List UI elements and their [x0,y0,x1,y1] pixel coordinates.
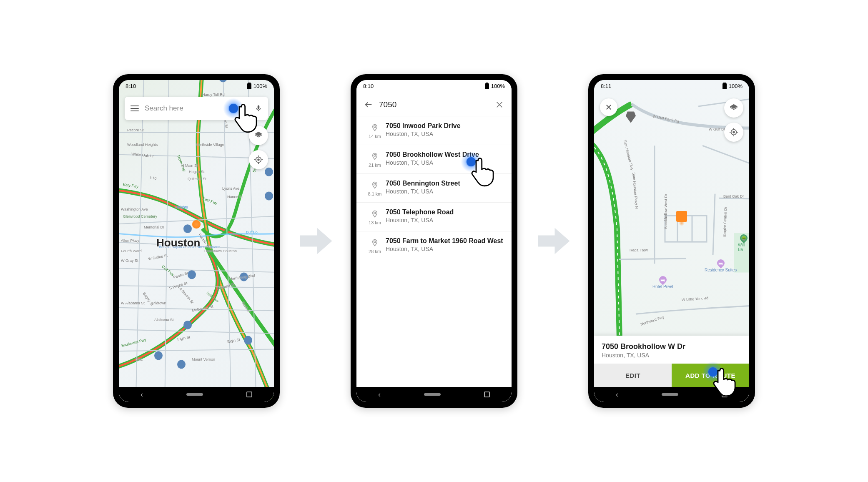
street-label: Lyons Ave [222,186,239,191]
status-battery: 100% [253,83,267,89]
status-time: 8:11 [601,83,611,89]
street-label: Northside Village [196,143,224,147]
street-label: Heights [175,205,188,209]
street-label: Downtown Houston [204,249,237,253]
search-result-item[interactable]: 28 km 7050 Farm to Market 1960 Road West… [356,231,512,260]
search-result-item[interactable]: 8.1 km 7050 Bennington Street Houston, T… [356,174,512,203]
search-result-item[interactable]: 21 km 7050 Brookhollow West Drive Housto… [356,145,512,174]
result-title: 7050 Bennington Street [386,180,504,187]
svg-rect-32 [485,83,489,89]
svg-point-22 [183,321,192,329]
street-label: Woodland Heights [127,143,158,147]
pin-icon [371,209,379,218]
flow-arrow-icon [296,222,334,260]
street-label: Nance St [227,195,243,199]
svg-line-41 [619,259,686,259]
nav-recent-icon[interactable] [246,392,252,397]
layers-button[interactable] [249,126,268,145]
street-label: Midtown [152,301,166,305]
svg-point-15 [183,224,192,233]
street-label: Allen Pkwy [121,238,139,243]
flow-arrow-icon [534,222,572,260]
svg-point-19 [265,191,273,200]
crosshair-icon [254,155,263,164]
street-label: W Gray St [121,259,138,263]
poi-label: Will Ba [738,243,749,252]
poi-hotel[interactable]: 🛏 Hotel Preet [652,276,673,289]
battery-icon [484,83,489,89]
svg-rect-0 [248,83,251,83]
svg-rect-37 [722,83,727,89]
search-results-list: 14 km 7050 Inwood Park Drive Houston, TX… [356,116,512,260]
selected-location-marker[interactable] [676,211,687,222]
nav-back-icon[interactable]: ‹ [140,390,143,399]
screen-2: 8:10 100% 7050 14 km 7050 Inwood [356,80,512,402]
back-arrow-icon[interactable] [364,100,373,109]
search-result-item[interactable]: 13 km 7050 Telephone Road Houston, TX, U… [356,203,512,231]
clear-icon[interactable] [495,100,504,109]
street-label: Brookhollow West Dr [664,194,668,229]
svg-line-9 [119,329,274,334]
pin-icon [371,123,379,132]
phone-frame-1: 8:10 100% [113,74,280,408]
search-bar[interactable] [125,97,268,120]
street-label: Quitman St [188,177,206,181]
edit-button[interactable]: EDIT [594,364,672,387]
search-query-text[interactable]: 7050 [379,100,489,109]
street-label: Washington Ave [121,207,148,211]
result-title: 7050 Telephone Road [386,208,504,216]
add-to-route-button[interactable]: ADD TO ROUTE [672,364,749,387]
result-distance: 8.1 km [368,191,381,196]
nav-home-icon[interactable] [424,393,441,396]
sheet-title: 7050 Brookhollow W Dr [602,342,742,351]
status-time: 8:10 [125,83,136,89]
poi-park[interactable]: 🌳 Will Ba [738,234,749,252]
result-subtitle: Houston, TX, USA [386,131,504,137]
layers-button[interactable] [724,98,743,118]
locate-button[interactable] [724,123,743,142]
nav-home-icon[interactable] [662,393,678,396]
street-label: Regal Row [630,248,648,252]
layers-icon [254,131,263,140]
street-label: Glenwood Cemetery [123,214,157,218]
poi-hotel[interactable]: 🛏 Residency Suites [705,259,737,272]
status-bar: 8:11 100% [594,80,749,92]
nav-home-icon[interactable] [186,393,203,396]
svg-line-7 [119,286,274,288]
result-title: 7050 Farm to Market 1960 Road West [386,237,504,245]
pin-icon [371,181,379,190]
nav-back-icon[interactable]: ‹ [616,390,618,399]
mic-icon[interactable] [255,104,262,113]
nav-recent-icon[interactable] [484,392,490,397]
street-label: Buffalo [246,230,258,234]
street-label: Bent Oak Dr [723,194,744,198]
svg-line-46 [702,146,749,167]
pin-icon [371,238,379,247]
status-time: 8:10 [363,83,374,89]
svg-rect-1 [247,83,251,89]
svg-line-6 [119,268,274,272]
result-subtitle: Houston, TX, USA [386,246,504,252]
status-battery: 100% [491,83,505,89]
nav-back-icon[interactable]: ‹ [378,390,381,399]
nav-recent-icon[interactable] [722,392,728,397]
search-result-item[interactable]: 14 km 7050 Inwood Park Drive Houston, TX… [356,116,512,145]
svg-point-21 [177,360,186,369]
svg-point-53 [733,131,735,133]
result-subtitle: Houston, TX, USA [386,217,504,223]
search-input[interactable] [145,104,249,113]
svg-marker-48 [626,112,636,123]
locate-button[interactable] [249,150,268,169]
street-label: N Main St [181,163,198,168]
svg-point-20 [154,351,163,360]
result-distance: 21 km [369,163,381,168]
street-label: Alabama St [154,318,174,322]
svg-rect-36 [723,83,726,83]
android-nav-bar: ‹ [119,387,274,402]
menu-icon[interactable] [130,105,139,111]
street-label: Mount Vernon [192,357,215,362]
close-button[interactable] [600,98,617,116]
result-subtitle: Houston, TX, USA [386,159,504,166]
street-label: Binz [135,357,143,362]
result-distance: 13 km [369,220,381,225]
